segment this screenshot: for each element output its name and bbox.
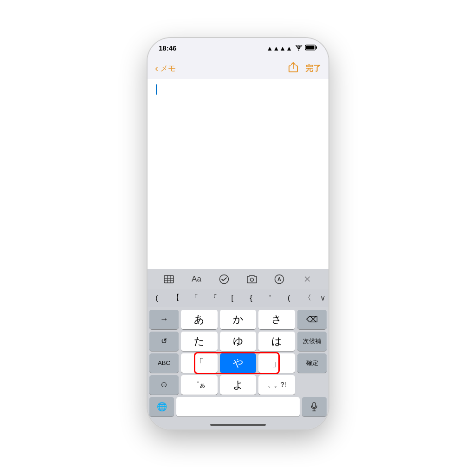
key-ta[interactable]: た: [181, 332, 218, 351]
camera-toolbar-button[interactable]: [243, 270, 261, 288]
svg-point-9: [220, 275, 229, 283]
keyboard-area: → あ か さ ⌫ ↺ た ゆ は 次候補 ABC 「 や 」 確定 ☺ ゜ぁ …: [148, 307, 328, 420]
svg-rect-3: [306, 45, 315, 49]
svg-point-0: [298, 49, 299, 50]
special-char-angle[interactable]: 〈: [301, 293, 314, 303]
table-toolbar-button[interactable]: [160, 270, 178, 288]
nav-bar: ‹ メモ 完了: [148, 58, 328, 79]
key-ya[interactable]: や: [220, 353, 257, 373]
key-corner-close[interactable]: 」: [258, 353, 295, 373]
key-abc[interactable]: ABC: [149, 353, 179, 373]
key-arrow[interactable]: →: [149, 310, 179, 329]
svg-rect-2: [316, 46, 317, 49]
signal-icon: ▲▲▲▲: [267, 45, 292, 52]
keyboard-row-1: → あ か さ ⌫: [149, 310, 327, 329]
notes-content[interactable]: [148, 79, 328, 269]
key-emoji[interactable]: ☺: [149, 375, 179, 395]
special-char-bracket[interactable]: 【: [169, 293, 182, 303]
special-chars-row: ( 【 「 『 [ { ' ( 〈 ∨: [148, 289, 328, 307]
svg-point-10: [250, 278, 253, 281]
font-icon: Aa: [192, 275, 201, 284]
status-bar: 18:46 ▲▲▲▲: [148, 38, 328, 58]
key-mic[interactable]: [302, 397, 327, 416]
key-ha[interactable]: は: [258, 332, 295, 351]
key-sa[interactable]: さ: [258, 310, 295, 329]
key-punctuation[interactable]: 、。?!: [258, 375, 295, 395]
key-dakuten[interactable]: ゜ぁ: [181, 375, 218, 395]
wifi-icon: [295, 45, 302, 52]
close-icon: ✕: [303, 274, 311, 285]
back-button[interactable]: ‹ メモ: [155, 63, 176, 74]
checklist-toolbar-button[interactable]: [215, 270, 233, 288]
share-icon[interactable]: [289, 62, 298, 75]
svg-rect-4: [164, 275, 174, 283]
special-char-double-corner[interactable]: 『: [207, 293, 220, 303]
status-icons: ▲▲▲▲: [267, 45, 317, 52]
special-char-paren2[interactable]: (: [283, 294, 296, 302]
status-time: 18:46: [159, 44, 176, 52]
key-a[interactable]: あ: [181, 310, 218, 329]
back-label: メモ: [160, 63, 176, 74]
key-corner-open[interactable]: 「: [181, 353, 218, 373]
special-chars-collapse-button[interactable]: ∨: [320, 294, 326, 302]
font-toolbar-button[interactable]: Aa: [187, 270, 206, 288]
special-char-corner-open[interactable]: 「: [188, 293, 201, 303]
special-char-curly[interactable]: {: [244, 294, 257, 302]
keyboard-toolbar: Aa A ✕: [148, 269, 328, 289]
special-char-open-paren[interactable]: (: [150, 294, 163, 302]
svg-rect-13: [313, 403, 315, 408]
key-undo[interactable]: ↺: [149, 332, 179, 351]
back-chevron-icon: ‹: [155, 64, 158, 74]
key-yo[interactable]: よ: [220, 375, 257, 395]
key-yu[interactable]: ゆ: [220, 332, 257, 351]
svg-text:A: A: [277, 276, 281, 282]
battery-icon: [305, 45, 317, 52]
keyboard-row-4: ☺ ゜ぁ よ 、。?!: [149, 375, 327, 395]
special-char-quote[interactable]: ': [264, 294, 277, 302]
markup-toolbar-button[interactable]: A: [270, 270, 289, 288]
home-bar: [210, 424, 266, 426]
key-confirm[interactable]: 確定: [297, 353, 327, 373]
key-delete[interactable]: ⌫: [297, 310, 327, 329]
nav-actions: 完了: [289, 62, 321, 75]
close-keyboard-button[interactable]: ✕: [298, 270, 316, 288]
key-next-candidates[interactable]: 次候補: [297, 332, 327, 351]
key-ka[interactable]: か: [220, 310, 257, 329]
keyboard-row-2: ↺ た ゆ は 次候補: [149, 332, 327, 351]
home-indicator: [148, 420, 328, 429]
key-globe[interactable]: 🌐: [149, 397, 174, 416]
special-char-square-open[interactable]: [: [226, 294, 239, 302]
phone-frame: 18:46 ▲▲▲▲ ‹ メモ: [148, 38, 328, 429]
text-cursor: [156, 84, 157, 95]
key-space[interactable]: [176, 397, 300, 416]
keyboard-bottom-row: 🌐: [149, 397, 327, 416]
done-button[interactable]: 完了: [305, 63, 321, 74]
note-text-area: [155, 84, 321, 95]
keyboard-row-3: ABC 「 や 」 確定: [149, 353, 327, 373]
